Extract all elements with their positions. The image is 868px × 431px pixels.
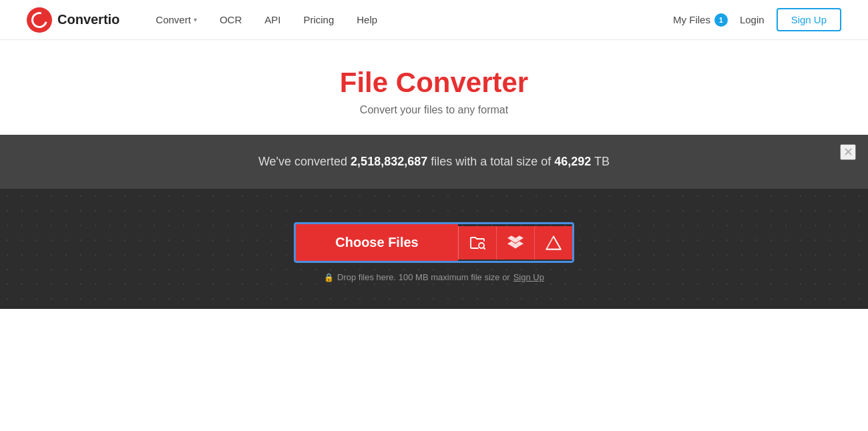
main-nav: Convert ▾ OCR API Pricing Help	[146, 9, 673, 31]
header-right: My Files 1 Login Sign Up	[673, 8, 841, 31]
login-button[interactable]: Login	[740, 14, 765, 25]
nav-convert[interactable]: Convert ▾	[146, 9, 206, 31]
chevron-down-icon: ▾	[194, 16, 197, 23]
hero-section: File Converter Convert your files to any…	[0, 40, 868, 135]
choose-files-row: Choose Files	[294, 222, 574, 263]
logo-icon	[27, 7, 52, 33]
nav-pricing[interactable]: Pricing	[294, 9, 343, 31]
logo[interactable]: Convertio	[27, 7, 120, 33]
upload-area: Choose Files	[0, 189, 868, 309]
header: Convertio Convert ▾ OCR API Pricing Help…	[0, 0, 868, 40]
google-drive-icon[interactable]	[534, 226, 572, 260]
logo-text: Convertio	[57, 12, 120, 27]
dark-section: ✕ We've converted 2,518,832,687 files wi…	[0, 135, 868, 309]
svg-line-1	[483, 248, 485, 249]
drop-hint: 🔒 Drop files here. 100 MB maximum file s…	[324, 272, 544, 282]
page-title: File Converter	[0, 67, 868, 99]
file-count: 2,518,832,687	[351, 155, 427, 168]
signup-link[interactable]: Sign Up	[513, 272, 544, 282]
close-button[interactable]: ✕	[840, 144, 856, 160]
my-files-button[interactable]: My Files 1	[673, 13, 728, 27]
nav-ocr[interactable]: OCR	[210, 9, 251, 31]
size-count: 46,292	[554, 155, 591, 168]
svg-line-9	[554, 236, 561, 249]
files-badge: 1	[714, 13, 728, 27]
hero-subtitle: Convert your files to any format	[0, 104, 868, 116]
nav-help[interactable]: Help	[347, 9, 387, 31]
lock-icon: 🔒	[324, 273, 334, 282]
svg-marker-8	[546, 236, 561, 249]
nav-api[interactable]: API	[255, 9, 290, 31]
signup-button[interactable]: Sign Up	[777, 8, 841, 31]
choose-files-button[interactable]: Choose Files	[296, 224, 458, 261]
cloud-icons	[458, 226, 572, 260]
dropbox-icon[interactable]	[496, 226, 534, 260]
stats-bar: We've converted 2,518,832,687 files with…	[0, 135, 868, 189]
folder-upload-icon[interactable]	[459, 226, 496, 260]
